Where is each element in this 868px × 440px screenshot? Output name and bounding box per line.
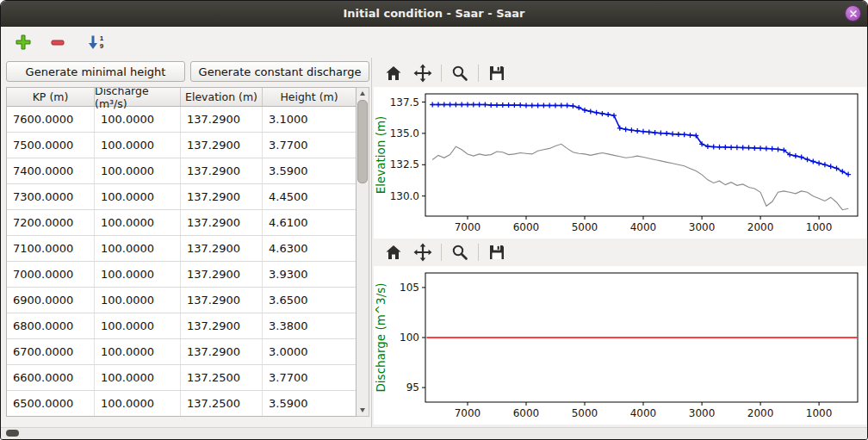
table-cell[interactable]: 7300.0000 bbox=[7, 184, 95, 209]
table-cell[interactable]: 100.0000 bbox=[95, 313, 181, 338]
minus-icon bbox=[49, 34, 66, 51]
scrollbar-thumb[interactable] bbox=[357, 100, 368, 183]
table-row[interactable]: 7100.0000100.0000137.29004.6300 bbox=[7, 236, 356, 262]
home-button[interactable] bbox=[382, 62, 405, 84]
table-cell[interactable]: 137.2500 bbox=[181, 391, 263, 416]
close-button[interactable] bbox=[845, 5, 861, 22]
table-cell[interactable]: 100.0000 bbox=[95, 391, 181, 416]
table-cell[interactable]: 7400.0000 bbox=[7, 158, 95, 183]
table-row[interactable]: 6900.0000100.0000137.29003.6500 bbox=[7, 288, 356, 313]
table-row[interactable]: 7600.0000100.0000137.29003.1000 bbox=[7, 107, 356, 133]
table-cell[interactable]: 3.1000 bbox=[263, 107, 356, 132]
table-cell[interactable]: 3.0000 bbox=[263, 339, 356, 364]
table-cell[interactable]: 3.5900 bbox=[263, 391, 356, 416]
table-cell[interactable]: 137.2900 bbox=[181, 339, 263, 364]
main-toolbar: 1 9 bbox=[1, 27, 867, 58]
table-row[interactable]: 7400.0000100.0000137.29003.5900 bbox=[7, 158, 356, 184]
table-cell[interactable]: 3.6500 bbox=[263, 288, 356, 313]
horizontal-scrollbar[interactable] bbox=[1, 427, 867, 439]
table-cell[interactable]: 7500.0000 bbox=[7, 133, 95, 158]
table-cell[interactable]: 4.4500 bbox=[263, 184, 356, 209]
table-cell[interactable]: 137.2900 bbox=[181, 236, 263, 261]
table-cell[interactable]: 100.0000 bbox=[95, 184, 181, 209]
table-cell[interactable]: 100.0000 bbox=[95, 339, 181, 364]
svg-text:135.0: 135.0 bbox=[390, 127, 419, 139]
table-cell[interactable]: 7000.0000 bbox=[7, 262, 95, 287]
table-cell[interactable]: 100.0000 bbox=[95, 133, 181, 158]
table-cell[interactable]: 137.2900 bbox=[181, 313, 263, 338]
scroll-down-button[interactable] bbox=[356, 405, 369, 416]
vertical-scrollbar[interactable] bbox=[356, 87, 369, 417]
table-row[interactable]: 7300.0000100.0000137.29004.4500 bbox=[7, 184, 356, 210]
svg-text:3000: 3000 bbox=[689, 221, 716, 233]
svg-text:1000: 1000 bbox=[806, 221, 833, 233]
table-cell[interactable]: 100.0000 bbox=[95, 288, 181, 313]
table-cell[interactable]: 137.2900 bbox=[181, 210, 263, 235]
table-cell[interactable]: 100.0000 bbox=[95, 158, 181, 183]
table-cell[interactable]: 6800.0000 bbox=[7, 313, 95, 338]
remove-row-button[interactable] bbox=[46, 30, 70, 54]
table-row[interactable]: 7200.0000100.0000137.29004.6100 bbox=[7, 210, 356, 236]
table-cell[interactable]: 137.2900 bbox=[181, 288, 263, 313]
svg-text:2000: 2000 bbox=[747, 221, 774, 233]
home-button[interactable] bbox=[382, 241, 405, 263]
table-cell[interactable]: 137.2900 bbox=[181, 158, 263, 183]
table-cell[interactable]: 6900.0000 bbox=[7, 288, 95, 313]
sort-rows-button[interactable]: 1 9 bbox=[80, 30, 111, 54]
table-cell[interactable]: 137.2900 bbox=[181, 133, 263, 158]
column-header-discharge[interactable]: Discharge (m³/s) bbox=[95, 88, 181, 106]
toolbar-separator bbox=[441, 244, 442, 261]
table-cell[interactable]: 3.7700 bbox=[263, 365, 356, 390]
discharge-chart-canvas[interactable]: 700060005000400030002000100095100105Disc… bbox=[374, 266, 866, 425]
table-cell[interactable]: 3.7700 bbox=[263, 133, 356, 158]
table-row[interactable]: 7000.0000100.0000137.29003.9300 bbox=[7, 262, 356, 288]
table-row[interactable]: 6700.0000100.0000137.29003.0000 bbox=[7, 339, 356, 365]
table-cell[interactable]: 7100.0000 bbox=[7, 236, 95, 261]
scrollbar-track[interactable] bbox=[356, 99, 369, 405]
table-cell[interactable]: 6500.0000 bbox=[7, 391, 95, 416]
app-window: Initial condition - Saar - Saar 1 bbox=[0, 0, 868, 440]
table-cell[interactable]: 137.2900 bbox=[181, 107, 263, 132]
sort-digit-top: 1 bbox=[100, 35, 103, 42]
table-cell[interactable]: 100.0000 bbox=[95, 262, 181, 287]
column-header-elevation[interactable]: Elevation (m) bbox=[181, 88, 263, 106]
elevation-chart-canvas[interactable]: 7000600050004000300020001000130.0132.513… bbox=[374, 87, 866, 239]
table-row[interactable]: 6500.0000100.0000137.25003.5900 bbox=[7, 391, 356, 417]
save-button[interactable] bbox=[486, 241, 508, 263]
table-cell[interactable]: 100.0000 bbox=[95, 210, 181, 235]
table-cell[interactable]: 100.0000 bbox=[95, 236, 181, 261]
generate-minimal-height-button[interactable]: Generate minimal height bbox=[6, 61, 185, 82]
table-cell[interactable]: 137.2900 bbox=[181, 184, 263, 209]
up-arrow-icon bbox=[360, 91, 365, 96]
table-cell[interactable]: 7600.0000 bbox=[7, 107, 95, 132]
table-cell[interactable]: 3.5900 bbox=[263, 158, 356, 183]
table-cell[interactable]: 100.0000 bbox=[95, 365, 181, 390]
table-cell[interactable]: 4.6100 bbox=[263, 210, 356, 235]
table-cell[interactable]: 6600.0000 bbox=[7, 365, 95, 390]
table-cell[interactable]: 3.3800 bbox=[263, 313, 356, 338]
pan-button[interactable] bbox=[412, 241, 434, 263]
add-row-button[interactable] bbox=[11, 30, 35, 54]
right-panel: 7000600050004000300020001000130.0132.513… bbox=[371, 58, 867, 427]
hscroll-thumb[interactable] bbox=[6, 430, 19, 437]
column-header-height[interactable]: Height (m) bbox=[263, 88, 356, 106]
zoom-button[interactable] bbox=[449, 241, 471, 263]
table-cell[interactable]: 6700.0000 bbox=[7, 339, 95, 364]
pan-button[interactable] bbox=[412, 62, 434, 84]
table-cell[interactable]: 137.2900 bbox=[181, 262, 263, 287]
table-cell[interactable]: 4.6300 bbox=[263, 236, 356, 261]
scroll-up-button[interactable] bbox=[356, 88, 369, 99]
zoom-button[interactable] bbox=[449, 62, 471, 84]
column-header-kp[interactable]: KP (m) bbox=[7, 88, 95, 106]
table-row[interactable]: 6800.0000100.0000137.29003.3800 bbox=[7, 313, 356, 339]
table-cell[interactable]: 7200.0000 bbox=[7, 210, 95, 235]
table-row[interactable]: 7500.0000100.0000137.29003.7700 bbox=[7, 133, 356, 158]
save-button[interactable] bbox=[486, 62, 508, 84]
table-cell[interactable]: 137.2500 bbox=[181, 365, 263, 390]
table-row[interactable]: 6600.0000100.0000137.25003.7700 bbox=[7, 365, 356, 391]
initial-condition-table: KP (m) Discharge (m³/s) Elevation (m) He… bbox=[6, 87, 356, 417]
table-cell[interactable]: 100.0000 bbox=[95, 107, 181, 132]
window-titlebar[interactable]: Initial condition - Saar - Saar bbox=[1, 1, 867, 27]
generate-constant-discharge-button[interactable]: Generate constant discharge bbox=[190, 61, 369, 82]
table-cell[interactable]: 3.9300 bbox=[263, 262, 356, 287]
